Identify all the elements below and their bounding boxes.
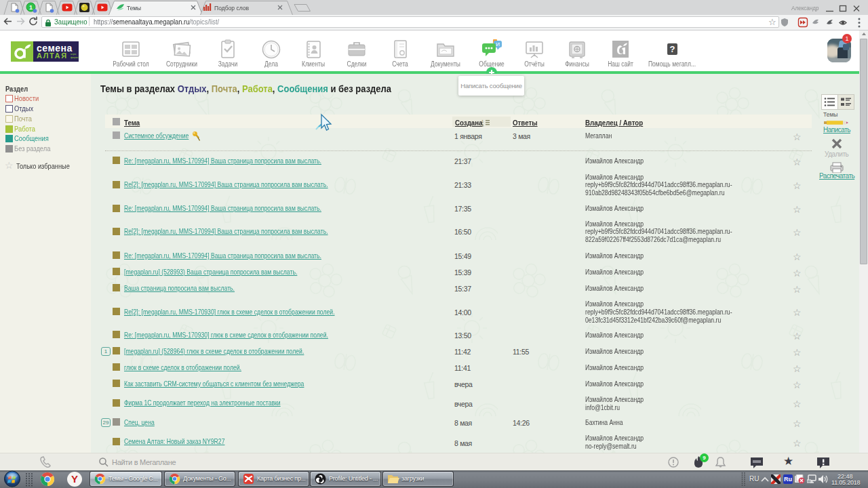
svg-text:?: ? [670, 44, 675, 54]
svg-text:И: И [496, 41, 500, 47]
svg-text:1: 1 [29, 4, 33, 11]
svg-text:9: 9 [481, 123, 484, 127]
